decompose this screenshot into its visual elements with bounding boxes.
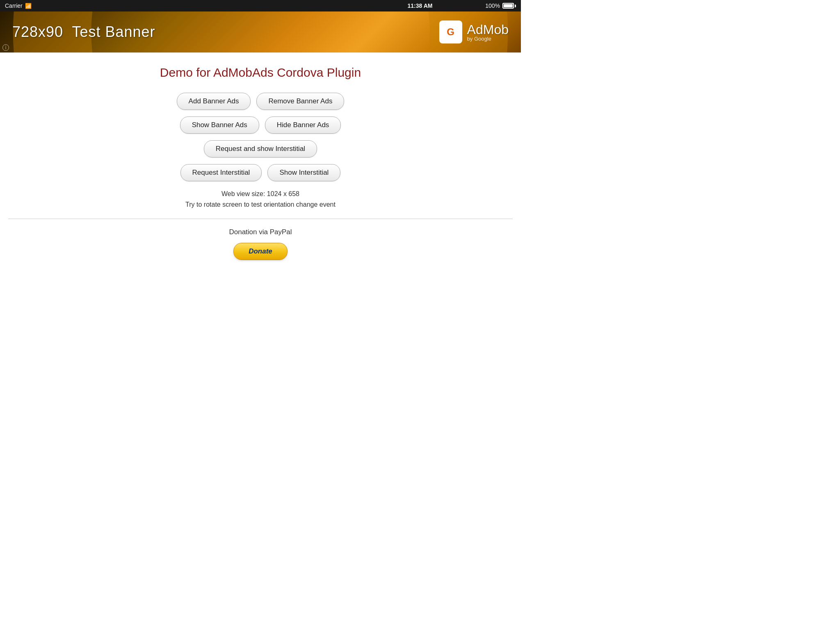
show-interstitial-button[interactable]: Show Interstitial	[267, 164, 340, 181]
add-banner-button[interactable]: Add Banner Ads	[177, 93, 251, 110]
rotate-hint-text: Try to rotate screen to test orientation…	[185, 199, 336, 210]
status-right: 100%	[485, 2, 516, 9]
wifi-icon: 📶	[25, 3, 32, 9]
show-banner-button[interactable]: Show Banner Ads	[180, 116, 259, 134]
carrier-label: Carrier	[5, 2, 23, 9]
donate-button[interactable]: Donate	[233, 243, 288, 260]
buttons-section: Add Banner Ads Remove Banner Ads Show Ba…	[8, 93, 513, 181]
ad-banner: i 728x90 Test Banner G AdMob by Google	[0, 11, 521, 52]
battery-icon	[502, 3, 516, 9]
banner-row-2: Show Banner Ads Hide Banner Ads	[180, 116, 341, 134]
status-time: 11:38 AM	[408, 2, 433, 9]
interstitial-row-1: Request and show Interstitial	[204, 140, 317, 158]
ad-banner-text: 728x90 Test Banner	[12, 23, 155, 41]
request-show-interstitial-button[interactable]: Request and show Interstitial	[204, 140, 317, 158]
page-title: Demo for AdMobAds Cordova Plugin	[160, 66, 361, 80]
donation-section: Donation via PayPal Donate	[229, 228, 292, 260]
admob-logo-text: AdMob	[467, 22, 509, 37]
remove-banner-button[interactable]: Remove Banner Ads	[256, 93, 344, 110]
ad-logo-area: G AdMob by Google	[439, 21, 509, 43]
hide-banner-button[interactable]: Hide Banner Ads	[265, 116, 341, 134]
status-bar: Carrier 📶 11:38 AM 100%	[0, 0, 521, 11]
webview-size-text: Web view size: 1024 x 658	[185, 189, 336, 199]
interstitial-row-2: Request Interstitial Show Interstitial	[180, 164, 341, 181]
request-interstitial-button[interactable]: Request Interstitial	[180, 164, 262, 181]
status-left: Carrier 📶	[5, 2, 32, 9]
battery-percentage: 100%	[485, 2, 500, 9]
divider	[8, 219, 513, 219]
donation-label: Donation via PayPal	[229, 228, 292, 236]
banner-row-1: Add Banner Ads Remove Banner Ads	[177, 93, 345, 110]
admob-logo-icon: G	[439, 21, 462, 43]
main-content: Demo for AdMobAds Cordova Plugin Add Ban…	[0, 52, 521, 268]
ad-info-icon[interactable]: i	[2, 44, 9, 51]
info-text: Web view size: 1024 x 658 Try to rotate …	[185, 189, 336, 210]
